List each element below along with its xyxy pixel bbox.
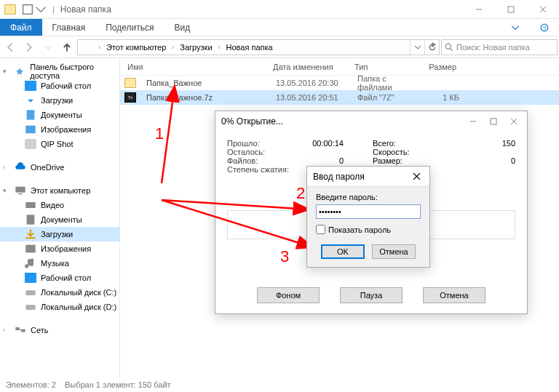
refresh-button[interactable] (424, 40, 439, 55)
ribbon-expand-icon[interactable] (501, 19, 530, 36)
video-icon (25, 200, 36, 210)
nav-disk-d[interactable]: Локальный диск (D:) (0, 300, 119, 314)
password-dialog: Ввод пароля Введите пароль: Показать пар… (306, 166, 430, 268)
col-size[interactable]: Размер (420, 63, 464, 71)
star-icon (14, 66, 25, 76)
ribbon: Файл Главная Поделиться Вид ? (0, 19, 559, 36)
nav-desktop[interactable]: Рабочий стол (0, 271, 119, 285)
search-input[interactable]: Поиск: Новая папка (441, 39, 558, 55)
tab-share[interactable]: Поделиться (95, 19, 164, 36)
dialog-titlebar[interactable]: Ввод пароля (307, 167, 429, 187)
nav-documents[interactable]: Документы (0, 212, 119, 227)
folder-icon (4, 4, 16, 15)
breadcrumb[interactable]: › Этот компьютер › Загрузки › Новая папк… (77, 39, 440, 55)
svg-rect-16 (25, 245, 35, 253)
nav-quick-access[interactable]: ▾Панель быстрого доступа (0, 64, 119, 79)
image-icon (25, 244, 36, 254)
background-button[interactable]: Фоном (257, 287, 320, 303)
dialog-titlebar[interactable]: 0% Открытие... (215, 111, 527, 132)
maximize-button[interactable] (495, 0, 527, 19)
pause-button[interactable]: Пауза (340, 287, 403, 303)
app-icon (25, 139, 36, 149)
archive-icon: 7z (124, 92, 136, 103)
nav-onedrive[interactable]: ›OneDrive (0, 160, 119, 175)
nav-images[interactable]: Изображения (0, 122, 119, 137)
document-icon (25, 110, 36, 120)
svg-rect-23 (491, 119, 496, 124)
svg-rect-10 (27, 110, 35, 119)
svg-rect-12 (15, 187, 25, 193)
nav-qip[interactable]: QIP Shot (0, 137, 119, 151)
svg-rect-14 (25, 202, 35, 208)
svg-marker-9 (16, 68, 23, 75)
minimize-button[interactable] (463, 0, 495, 19)
search-placeholder: Поиск: Новая папка (456, 43, 530, 52)
nav-documents[interactable]: Документы (0, 108, 119, 122)
password-input[interactable] (316, 204, 421, 219)
nav-this-pc[interactable]: ▾Этот компьютер (0, 183, 119, 198)
list-item[interactable]: Папка_Важное 13.05.2016 20:30 Папка с фа… (120, 76, 559, 90)
svg-point-7 (445, 44, 451, 49)
tab-home[interactable]: Главная (42, 19, 96, 36)
breadcrumb-seg[interactable]: Этот компьютер (103, 43, 169, 52)
breadcrumb-dropdown[interactable] (410, 40, 424, 55)
cancel-button[interactable]: Отмена (372, 244, 416, 259)
nav-images[interactable]: Изображения (0, 241, 119, 256)
folder-icon (80, 41, 93, 54)
music-icon (25, 258, 36, 268)
nav-music[interactable]: Музыка (0, 256, 119, 271)
address-bar-row: › Этот компьютер › Загрузки › Новая папк… (0, 36, 559, 58)
status-bar: Элементов: 2 Выбран 1 элемент: 150 байт (0, 377, 559, 392)
svg-rect-0 (23, 4, 33, 14)
breadcrumb-seg[interactable]: Новая папка (223, 43, 276, 52)
close-button[interactable] (527, 0, 559, 19)
svg-rect-2 (508, 7, 514, 12)
col-type[interactable]: Тип (347, 63, 420, 71)
svg-rect-18 (25, 305, 35, 310)
recent-dropdown[interactable] (39, 39, 57, 56)
close-button[interactable] (501, 111, 527, 132)
svg-rect-20 (21, 329, 25, 332)
col-name[interactable]: Имя (120, 63, 266, 71)
column-headers[interactable]: Имя Дата изменения Тип Размер (120, 58, 559, 76)
ok-button[interactable]: OK (321, 244, 365, 259)
svg-rect-11 (25, 126, 35, 134)
desktop-icon (25, 81, 36, 91)
svg-line-8 (451, 48, 453, 50)
up-button[interactable] (58, 39, 76, 56)
show-password-checkbox[interactable]: Показать пароль (316, 225, 421, 234)
navigation-pane: ▾Панель быстрого доступа Рабочий стол За… (0, 58, 120, 377)
nav-desktop[interactable]: Рабочий стол (0, 79, 119, 93)
svg-rect-15 (27, 215, 35, 224)
window-titlebar: | Новая папка (0, 0, 559, 19)
search-icon (445, 43, 453, 52)
cancel-button[interactable]: Отмена (423, 287, 485, 303)
nav-network[interactable]: ›Сеть (0, 323, 119, 337)
close-button[interactable] (403, 167, 429, 187)
tab-view[interactable]: Вид (164, 19, 200, 36)
tab-file[interactable]: Файл (0, 19, 42, 36)
svg-rect-17 (25, 290, 35, 295)
col-date[interactable]: Дата изменения (266, 63, 347, 71)
window-title: Новая папка (60, 4, 111, 15)
disk-icon (25, 302, 36, 312)
password-label: Введите пароль: (316, 193, 421, 201)
nav-downloads[interactable]: Загрузки (0, 93, 119, 108)
back-button[interactable] (1, 39, 19, 56)
nav-video[interactable]: Видео (0, 198, 119, 212)
document-icon (25, 215, 36, 225)
ribbon-help-icon[interactable]: ? (530, 19, 559, 36)
status-selected: Выбран 1 элемент: 150 байт (65, 380, 171, 389)
disk-icon (25, 287, 36, 297)
qat-item[interactable] (22, 4, 33, 15)
download-icon (25, 229, 36, 239)
svg-line-21 (20, 329, 22, 330)
nav-disk-c[interactable]: Локальный диск (C:) (0, 285, 119, 300)
forward-button[interactable] (20, 39, 38, 56)
nav-downloads[interactable]: Загрузки (0, 227, 119, 241)
breadcrumb-seg[interactable]: Загрузки (177, 43, 215, 52)
network-icon (15, 325, 26, 335)
folder-icon (124, 78, 136, 88)
list-item[interactable]: 7z Папка_Важное.7z 13.05.2016 20:51 Файл… (120, 90, 559, 105)
qat-dropdown[interactable] (35, 4, 47, 15)
